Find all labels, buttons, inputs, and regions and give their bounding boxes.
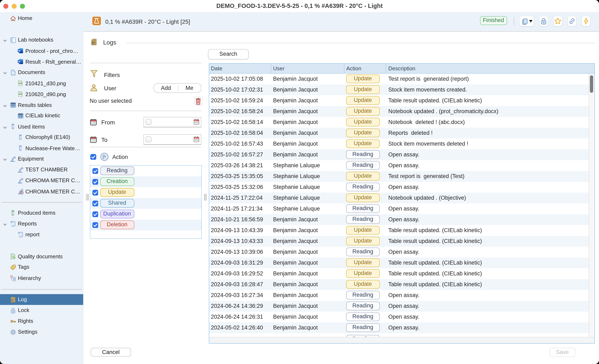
svg-text:LOG: LOG <box>91 42 95 44</box>
svg-text:W: W <box>18 50 21 52</box>
svg-text:W: W <box>18 60 21 63</box>
svg-text:LOG: LOG <box>11 300 14 301</box>
